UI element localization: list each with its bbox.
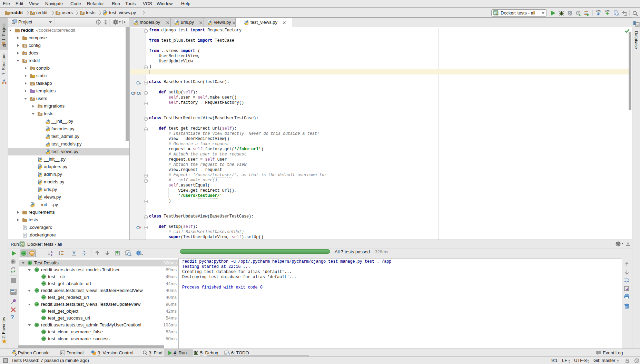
svg-text:OK: OK bbox=[42, 331, 45, 333]
svg-text:OK: OK bbox=[42, 317, 45, 319]
svg-text:OK: OK bbox=[36, 290, 38, 292]
svg-text:z: z bbox=[51, 253, 52, 256]
svg-text:di: di bbox=[20, 242, 24, 246]
svg-text:OK: OK bbox=[42, 310, 45, 312]
svg-text:VCS: VCS bbox=[596, 10, 601, 12]
svg-text:OK: OK bbox=[29, 262, 31, 264]
svg-text:OK: OK bbox=[42, 276, 45, 278]
svg-text:VCS: VCS bbox=[605, 10, 610, 12]
svg-text:OK: OK bbox=[36, 269, 38, 271]
svg-text:OK: OK bbox=[22, 252, 26, 254]
svg-text:OK: OK bbox=[36, 303, 38, 305]
svg-text:OK: OK bbox=[42, 283, 45, 285]
svg-text:OK: OK bbox=[42, 338, 45, 340]
svg-text:a: a bbox=[51, 250, 52, 253]
svg-text:di: di bbox=[494, 11, 498, 15]
svg-text:OK: OK bbox=[36, 324, 38, 326]
svg-text:OK: OK bbox=[42, 296, 45, 299]
